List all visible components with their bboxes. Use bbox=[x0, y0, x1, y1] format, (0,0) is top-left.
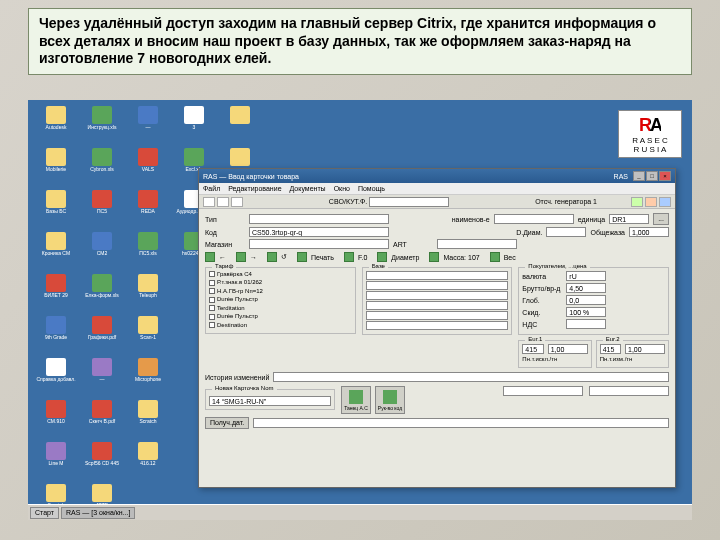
desktop-icon[interactable]: Cybron.xls bbox=[80, 148, 124, 188]
nav-button[interactable] bbox=[377, 252, 387, 262]
valuta-field[interactable]: rU bbox=[566, 271, 606, 281]
desktop-icon[interactable]: ПС5.xls bbox=[126, 232, 170, 272]
desktop-icon[interactable]: Кроника CM bbox=[34, 232, 78, 272]
art-field[interactable] bbox=[437, 239, 517, 249]
desktop-icon[interactable]: 416.12 bbox=[126, 442, 170, 482]
nav-button[interactable] bbox=[297, 252, 307, 262]
desktop-icon[interactable]: 3 bbox=[172, 106, 216, 146]
nds-field[interactable] bbox=[566, 319, 606, 329]
taskbar-item[interactable]: RAS — [3 окна/кн...] bbox=[61, 507, 135, 519]
desktop-icon[interactable]: Autodesk bbox=[34, 106, 78, 146]
nav-button[interactable] bbox=[429, 252, 439, 262]
footer-field-2[interactable] bbox=[589, 386, 669, 396]
desktop-icon[interactable]: Mobilerie bbox=[34, 148, 78, 188]
desktop-icon[interactable]: Справка добавл. bbox=[34, 358, 78, 398]
nav-button[interactable] bbox=[267, 252, 277, 262]
ed-picker[interactable]: ... bbox=[653, 213, 669, 225]
desktop-icon[interactable]: REDA bbox=[126, 190, 170, 230]
type-field[interactable] bbox=[249, 214, 389, 224]
base-field-3[interactable] bbox=[366, 291, 509, 300]
desktop-icon[interactable]: VALS bbox=[126, 148, 170, 188]
desktop-icon[interactable]: Scratch bbox=[126, 400, 170, 440]
tool-b-icon[interactable] bbox=[645, 197, 657, 207]
desktop-icon[interactable]: — bbox=[126, 106, 170, 146]
checkbox-icon[interactable] bbox=[209, 280, 215, 286]
desktop-icon[interactable]: БИЛЕТ 29 bbox=[34, 274, 78, 314]
base-field-6[interactable] bbox=[366, 321, 509, 330]
nav-button[interactable] bbox=[490, 252, 500, 262]
desktop-icon[interactable]: Line M bbox=[34, 442, 78, 482]
code-field[interactable]: CS50.3rtop-qr-q bbox=[249, 227, 389, 237]
footer-button[interactable]: Получ.дат. bbox=[205, 417, 249, 429]
checkbox-icon[interactable] bbox=[209, 314, 215, 320]
nav-button[interactable] bbox=[205, 252, 215, 262]
tarif-text: Н.А.ГВ-гр Nп=12 bbox=[217, 288, 263, 294]
tool-c-icon[interactable] bbox=[659, 197, 671, 207]
base-field-5[interactable] bbox=[366, 311, 509, 320]
desktop-icon[interactable]: Scpf56 CD 445 bbox=[80, 442, 124, 482]
footer-field-1[interactable] bbox=[503, 386, 583, 396]
naim-field[interactable] bbox=[494, 214, 574, 224]
checkbox-icon[interactable] bbox=[209, 305, 215, 311]
action-button[interactable]: Рук-во код bbox=[375, 386, 405, 414]
nav-button[interactable] bbox=[236, 252, 246, 262]
maximize-button[interactable]: □ bbox=[646, 171, 658, 181]
desktop-icon[interactable]: — bbox=[80, 358, 124, 398]
desktop-icon[interactable]: Teleuph bbox=[126, 274, 170, 314]
checkbox-icon[interactable] bbox=[209, 322, 215, 328]
menu-item[interactable]: Помощь bbox=[358, 185, 385, 192]
nav-button[interactable] bbox=[344, 252, 354, 262]
tool-a-icon[interactable] bbox=[631, 197, 643, 207]
footer-long-field[interactable] bbox=[253, 418, 669, 428]
desktop-icon[interactable]: CM2 bbox=[80, 232, 124, 272]
close-button[interactable]: × bbox=[659, 171, 671, 181]
menu-item[interactable]: Редактирование bbox=[228, 185, 281, 192]
size2-f2[interactable]: 1,00 bbox=[625, 344, 665, 354]
icon-label: БИЛЕТ 29 bbox=[44, 293, 68, 298]
action-button[interactable]: Танец А.С bbox=[341, 386, 371, 414]
desktop-icon[interactable]: Графики.pdf bbox=[80, 316, 124, 356]
size2-f1[interactable]: 415 km bbox=[600, 344, 621, 354]
checkbox-icon[interactable] bbox=[209, 288, 215, 294]
mag-field[interactable] bbox=[249, 239, 389, 249]
menu-item[interactable]: Окно bbox=[334, 185, 350, 192]
size1-f2[interactable]: 1,00 bbox=[548, 344, 588, 354]
skid-field[interactable]: 100 % bbox=[566, 307, 606, 317]
menu-item[interactable]: Файл bbox=[203, 185, 220, 192]
dia-field[interactable] bbox=[546, 227, 586, 237]
tool-save-icon[interactable] bbox=[231, 197, 243, 207]
desktop-icon[interactable]: 9th Grade bbox=[34, 316, 78, 356]
icon-label: 9th Grade bbox=[45, 335, 67, 340]
size-field[interactable]: 1,000 bbox=[629, 227, 669, 237]
desktop-icon[interactable]: Базы БС bbox=[34, 190, 78, 230]
desktop-icon[interactable] bbox=[218, 106, 262, 146]
checkbox-icon[interactable] bbox=[209, 271, 215, 277]
tool-open-icon[interactable] bbox=[217, 197, 229, 207]
window-titlebar[interactable]: RAS — Ввод карточки товара RAS _ □ × bbox=[199, 169, 675, 183]
history-field[interactable] bbox=[273, 372, 669, 382]
minimize-button[interactable]: _ bbox=[633, 171, 645, 181]
file-icon bbox=[46, 274, 66, 292]
kod-value[interactable]: 14 “SMG1-RU-N” bbox=[209, 396, 331, 406]
menu-item[interactable]: Документы bbox=[290, 185, 326, 192]
ed-field[interactable]: DR1 bbox=[609, 214, 649, 224]
desktop-icon[interactable]: Scan-1 bbox=[126, 316, 170, 356]
desktop-icon[interactable]: Инструкц.xls bbox=[80, 106, 124, 146]
desktop-icon[interactable]: CM.910 bbox=[34, 400, 78, 440]
slide-caption: Через удалённый доступ заходим на главны… bbox=[28, 8, 692, 75]
base-field-4[interactable] bbox=[366, 301, 509, 310]
base-field-1[interactable] bbox=[366, 271, 509, 280]
desktop-icon[interactable]: Елка-форм.xls bbox=[80, 274, 124, 314]
tool-new-icon[interactable] bbox=[203, 197, 215, 207]
glob-field[interactable]: 0,0 bbox=[566, 295, 606, 305]
desktop-icon[interactable]: Microphone bbox=[126, 358, 170, 398]
cbo-field[interactable] bbox=[369, 197, 449, 207]
checkbox-icon[interactable] bbox=[209, 297, 215, 303]
brut-field[interactable]: 4,50 bbox=[566, 283, 606, 293]
start-button[interactable]: Старт bbox=[30, 507, 59, 519]
size1-f1[interactable]: 415 km bbox=[522, 344, 543, 354]
nav-label: Масса: 107 bbox=[443, 254, 479, 261]
desktop-icon[interactable]: Скетч В.pdf bbox=[80, 400, 124, 440]
desktop-icon[interactable]: ПС5 bbox=[80, 190, 124, 230]
base-field-2[interactable] bbox=[366, 281, 509, 290]
